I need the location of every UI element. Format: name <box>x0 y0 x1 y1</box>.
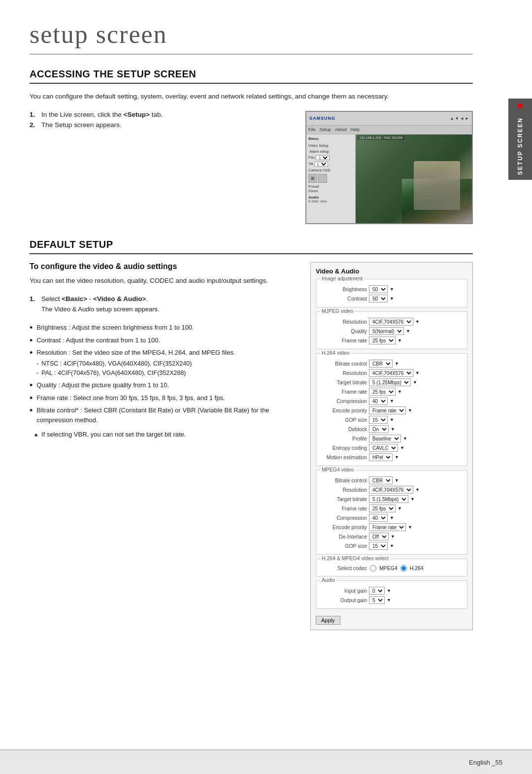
panel-h264-entropy: Entropy coding CAVLC ▼ <box>320 444 463 452</box>
video-audio-panel: Video & Audio Image adjustment Brightnes… <box>310 262 473 630</box>
mpeg4-di-select[interactable]: Off <box>369 533 389 540</box>
cam-audio-sub: E-Mail: view <box>308 200 353 203</box>
h264-motion-label: Motion estimation <box>320 454 367 460</box>
brightness-label: Brightness <box>320 286 367 292</box>
mpeg4-di-label: De-Interlace <box>320 534 367 539</box>
panel-codec-title: H.264 & MPEG4 video select <box>320 555 390 561</box>
note-item: ■ If selecting VBR, you can not set the … <box>30 430 296 439</box>
audio-output-label: Output gain <box>320 597 367 603</box>
step-2-num: 2. <box>30 121 37 129</box>
note-text: If selecting VBR, you can not set the ta… <box>41 430 186 439</box>
bullet-bitrate-text: Bitrate control* : Select CBR (Constant … <box>36 405 296 425</box>
bottom-bar: English _55 <box>0 749 532 774</box>
mpeg4-res-select[interactable]: 4CIF,704X576 <box>369 486 413 494</box>
mpeg4-comp-select[interactable]: 40 <box>369 514 388 522</box>
panel-mjpeg-framerate: Frame rate 25 fps ▼ <box>320 337 463 344</box>
bullet-quality: • Quality : Adjust the picture quality f… <box>30 380 296 390</box>
cam-menu-item-2: Setup <box>320 127 332 132</box>
panel-mpeg4-framerate: Frame rate 25 fps ▼ <box>320 505 463 512</box>
panel-mjpeg-resolution: Resolution 4CIF,704X576 ▼ <box>320 318 463 326</box>
codec-radio-h264[interactable] <box>400 565 407 572</box>
step-2: 2. The Setup screen appears. <box>30 121 291 129</box>
default-left: To configure the video & audio settings … <box>30 262 296 439</box>
cam-sidebar-row-1: Video Setup <box>308 143 353 148</box>
panel-h264-framerate: Frame rate 25 fps ▼ <box>320 388 463 396</box>
default-intro: You can set the video resolution, qualit… <box>30 276 296 286</box>
mpeg4-fr-select[interactable]: 25 fps <box>369 505 396 512</box>
mpeg4-ep-select[interactable]: Frame rate <box>369 523 406 531</box>
cam-audio-label: Audio <box>308 195 353 200</box>
h264-profile-label: Profile <box>320 436 367 441</box>
h264-ep-select[interactable]: Frame rate <box>369 406 406 414</box>
audio-output-select[interactable]: 5 <box>369 596 385 604</box>
h264-deblock-select[interactable]: On <box>369 425 389 433</box>
mjpeg-quality-select[interactable]: 5(Normal) <box>369 327 404 335</box>
h264-comp-select[interactable]: 40 <box>369 397 388 405</box>
apply-button[interactable]: Apply <box>316 616 340 625</box>
mpeg4-comp-label: Compression <box>320 515 367 521</box>
panel-h264-bitrate-ctrl: Bitrate control CBR ▼ <box>320 360 463 368</box>
default-sub-heading: To configure the video & audio settings <box>30 262 296 271</box>
default-step-1-sub: The Video & Audio setup screen appears. <box>41 304 160 314</box>
h264-motion-select[interactable]: HPel <box>369 453 393 461</box>
codec-h264-label: H.264 <box>410 565 424 571</box>
panel-h264-deblock: Deblock On ▼ <box>320 425 463 433</box>
default-setup-section: DEFAULT SETUP To configure the video & a… <box>30 239 473 630</box>
h264-target-br-select[interactable]: 5 (1.25Mbps) <box>369 378 411 386</box>
cam-select-tilt[interactable]: 1 <box>314 162 328 167</box>
default-right: Video & Audio Image adjustment Brightnes… <box>310 262 473 630</box>
h264-entropy-select[interactable]: CAVLC <box>369 444 398 452</box>
panel-h264-target-bitrate: Target bitrate 5 (1.25Mbps) ▼ <box>320 378 463 386</box>
brightness-arrow: ▼ <box>390 287 394 292</box>
mpeg4-bitrate-ctrl-label: Bitrate control <box>320 477 367 483</box>
panel-mpeg4-compression: Compression 40 ▼ <box>320 514 463 522</box>
h264-target-br-label: Target bitrate <box>320 379 367 385</box>
mjpeg-res-select[interactable]: 4CIF,704X576 <box>369 318 413 326</box>
h264-ep-label: Encode priority <box>320 407 367 413</box>
camera-screenshot: SAMSUNG ▲ ▼ ◄ ► File Setup About Help Me… <box>305 111 473 224</box>
mjpeg-fr-select[interactable]: 25 fps <box>369 337 396 344</box>
mpeg4-bitrate-ctrl-select[interactable]: CBR <box>369 476 393 484</box>
panel-image-adjustment-title: Image adjustment <box>320 275 364 281</box>
step-1-num: 1. <box>30 111 37 118</box>
h264-comp-label: Compression <box>320 398 367 404</box>
resolution-pal: PAL : 4CIF(704x576), VGA(640X480), CIF(3… <box>36 369 296 378</box>
step-1: 1. In the Live screen, click the <Setup>… <box>30 111 291 118</box>
main-content: setup screen ACCESSING THE SETUP SCREEN … <box>0 0 502 660</box>
panel-image-adjustment: Image adjustment Brightness 50 ▼ Contras… <box>316 279 467 307</box>
audio-input-select[interactable]: 0 <box>369 587 385 595</box>
mpeg4-gop-select[interactable]: 15 <box>369 542 388 550</box>
panel-audio-input: Input gain 0 ▼ <box>320 587 463 595</box>
bullet-dot-1: • <box>30 323 33 332</box>
note-bullet-icon: ■ <box>34 431 37 438</box>
panel-codec-radio-row: Select codec MPEG4 H.264 <box>320 565 463 572</box>
bullet-quality-text: Quality : Adjust the picture quality fro… <box>36 380 296 390</box>
default-step-1-text: Select <Basic> - <Video & Audio>. <box>41 295 148 303</box>
panel-row-contrast: Contrast 50 ▼ <box>320 295 463 303</box>
h264-fr-label: Frame rate <box>320 389 367 395</box>
codec-radio-mpeg4[interactable] <box>370 565 376 572</box>
bullet-framerate-text: Frame rate : Select one from 30 fps, 15 … <box>36 393 296 403</box>
resolution-ntsc: NTSC : 4CIF(704x480), VGA(640X480), CIF(… <box>36 359 296 369</box>
mpeg4-target-br-select[interactable]: 5 (1.5Mbps) <box>369 495 408 503</box>
h264-bitrate-ctrl-select[interactable]: CBR <box>369 360 393 368</box>
contrast-select[interactable]: 50 <box>369 295 388 303</box>
panel-mpeg4-encode-priority: Encode priority Frame rate ▼ <box>320 523 463 531</box>
bullet-list: • Brightness : Adjust the screen brightn… <box>30 323 296 425</box>
panel-audio-output: Output gain 5 ▼ <box>320 596 463 604</box>
h264-profile-select[interactable]: Baseline <box>369 435 401 442</box>
h264-fr-select[interactable]: 25 fps <box>369 388 396 396</box>
sidebar-dot <box>518 103 523 108</box>
h264-gop-select[interactable]: 15 <box>369 416 388 424</box>
cam-address: 192.168.0.200 / SNC-BS399 <box>358 135 404 140</box>
cam-select-pan[interactable]: 1 <box>316 155 330 160</box>
cam-icon-row: ⊞ <box>308 174 353 183</box>
h264-res-select[interactable]: 4CIF,704X576 <box>369 369 413 377</box>
mpeg4-ep-label: Encode priority <box>320 524 367 530</box>
panel-mpeg4-bitrate-ctrl: Bitrate control CBR ▼ <box>320 476 463 484</box>
cam-header: SAMSUNG ▲ ▼ ◄ ► <box>306 112 472 126</box>
brightness-select[interactable]: 50 <box>369 285 388 293</box>
mjpeg-res-label: Resolution <box>320 319 367 325</box>
right-sidebar: SETUP SCREEN <box>508 99 532 180</box>
contrast-label: Contrast <box>320 296 367 302</box>
